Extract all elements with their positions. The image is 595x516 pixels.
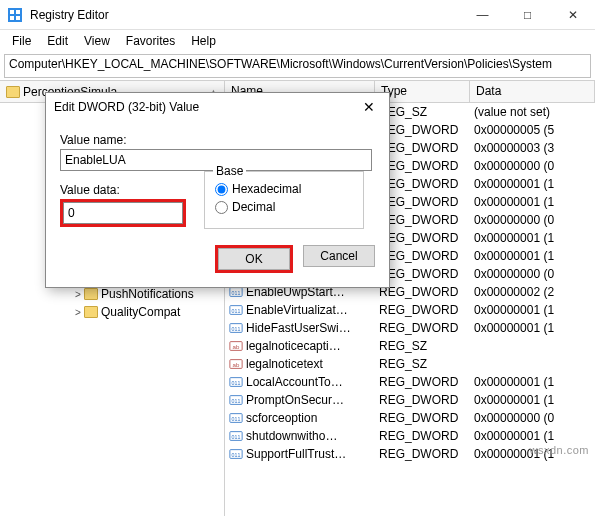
value-data: 0x00000001 (1	[470, 429, 595, 443]
window-title: Registry Editor	[30, 8, 460, 22]
value-data: 0x00000000 (0	[470, 411, 595, 425]
dialog-close-button[interactable]: ✕	[357, 99, 381, 115]
base-group: Base Hexadecimal Decimal	[204, 171, 364, 229]
value-data: 0x00000003 (3	[470, 141, 595, 155]
menubar: File Edit View Favorites Help	[0, 30, 595, 52]
svg-text:011: 011	[232, 380, 241, 386]
list-row[interactable]: ablegalnoticecapti…REG_SZ	[225, 337, 595, 355]
list-row[interactable]: ablegalnoticetextREG_SZ	[225, 355, 595, 373]
ok-button[interactable]: OK	[218, 248, 290, 270]
col-data[interactable]: Data	[470, 81, 595, 102]
value-type: REG_DWORD	[375, 321, 470, 335]
menu-help[interactable]: Help	[183, 32, 224, 50]
menu-favorites[interactable]: Favorites	[118, 32, 183, 50]
value-data-field[interactable]	[63, 202, 183, 224]
value-data: 0x00000000 (0	[470, 267, 595, 281]
value-name: shutdownwitho…	[246, 429, 337, 443]
maximize-button[interactable]: □	[505, 0, 550, 30]
base-label: Base	[213, 164, 246, 178]
list-row[interactable]: 011HideFastUserSwi…REG_DWORD0x00000001 (…	[225, 319, 595, 337]
menu-view[interactable]: View	[76, 32, 118, 50]
value-type: REG_DWORD	[375, 411, 470, 425]
value-data: 0x00000001 (1	[470, 303, 595, 317]
svg-text:011: 011	[232, 416, 241, 422]
svg-rect-3	[10, 16, 14, 20]
svg-text:011: 011	[232, 326, 241, 332]
value-data: 0x00000000 (0	[470, 213, 595, 227]
svg-rect-1	[10, 10, 14, 14]
value-data: 0x00000001 (1	[470, 393, 595, 407]
edit-dword-dialog: Edit DWORD (32-bit) Value ✕ Value name: …	[45, 92, 390, 288]
svg-text:011: 011	[232, 290, 241, 296]
value-type: REG_DWORD	[375, 303, 470, 317]
expand-icon[interactable]: >	[72, 307, 84, 318]
list-row[interactable]: 011EnableVirtualizat…REG_DWORD0x00000001…	[225, 301, 595, 319]
expand-icon[interactable]: >	[72, 289, 84, 300]
value-name: legalnoticecapti…	[246, 339, 341, 353]
cancel-button[interactable]: Cancel	[303, 245, 375, 267]
svg-text:011: 011	[232, 434, 241, 440]
value-type: REG_DWORD	[375, 447, 470, 461]
folder-icon	[84, 306, 98, 318]
svg-text:011: 011	[232, 308, 241, 314]
titlebar: Registry Editor — □ ✕	[0, 0, 595, 30]
value-name: HideFastUserSwi…	[246, 321, 351, 335]
menu-file[interactable]: File	[4, 32, 39, 50]
value-data: 0x00000001 (1	[470, 177, 595, 191]
value-type: REG_DWORD	[375, 429, 470, 443]
watermark: wsxdn.com	[529, 444, 589, 456]
tree-item-label: QualityCompat	[101, 305, 180, 319]
tree-item[interactable]: >QualityCompat	[0, 303, 224, 321]
value-name: legalnoticetext	[246, 357, 323, 371]
value-data: 0x00000001 (1	[470, 375, 595, 389]
value-data: 0x00000005 (5	[470, 123, 595, 137]
value-data: 0x00000001 (1	[470, 321, 595, 335]
value-type: REG_DWORD	[375, 375, 470, 389]
value-data-highlight	[60, 199, 186, 227]
svg-text:011: 011	[232, 452, 241, 458]
list-row[interactable]: 011PromptOnSecur…REG_DWORD0x00000001 (1	[225, 391, 595, 409]
svg-text:ab: ab	[233, 343, 240, 350]
base-hex-radio[interactable]	[215, 183, 228, 196]
list-row[interactable]: 011shutdownwitho…REG_DWORD0x00000001 (1	[225, 427, 595, 445]
tree-item-label: PushNotifications	[101, 287, 194, 301]
value-data: (value not set)	[470, 105, 595, 119]
value-data: 0x00000000 (0	[470, 159, 595, 173]
value-name: EnableVirtualizat…	[246, 303, 348, 317]
value-data: 0x00000001 (1	[470, 231, 595, 245]
svg-rect-2	[16, 10, 20, 14]
base-hex-label: Hexadecimal	[232, 182, 301, 196]
value-name: SupportFullTrust…	[246, 447, 346, 461]
app-icon	[6, 6, 24, 24]
value-type: REG_DWORD	[375, 393, 470, 407]
folder-icon	[84, 288, 98, 300]
value-data: 0x00000001 (1	[470, 249, 595, 263]
value-name: LocalAccountTo…	[246, 375, 343, 389]
svg-rect-4	[16, 16, 20, 20]
svg-text:011: 011	[232, 398, 241, 404]
value-name: PromptOnSecur…	[246, 393, 344, 407]
close-button[interactable]: ✕	[550, 0, 595, 30]
list-row[interactable]: 011scforceoptionREG_DWORD0x00000000 (0	[225, 409, 595, 427]
menu-edit[interactable]: Edit	[39, 32, 76, 50]
value-data: 0x00000001 (1	[470, 195, 595, 209]
value-type: REG_SZ	[375, 357, 470, 371]
dialog-title: Edit DWORD (32-bit) Value	[54, 100, 357, 114]
ok-highlight: OK	[215, 245, 293, 273]
base-dec-label: Decimal	[232, 200, 275, 214]
value-data: 0x00000002 (2	[470, 285, 595, 299]
base-dec-radio[interactable]	[215, 201, 228, 214]
value-data-label: Value data:	[60, 183, 186, 197]
list-row[interactable]: 011LocalAccountTo…REG_DWORD0x00000001 (1	[225, 373, 595, 391]
value-name-label: Value name:	[60, 133, 375, 147]
svg-text:ab: ab	[233, 361, 240, 368]
address-bar[interactable]: Computer\HKEY_LOCAL_MACHINE\SOFTWARE\Mic…	[4, 54, 591, 78]
minimize-button[interactable]: —	[460, 0, 505, 30]
value-name: scforceoption	[246, 411, 317, 425]
value-type: REG_SZ	[375, 339, 470, 353]
